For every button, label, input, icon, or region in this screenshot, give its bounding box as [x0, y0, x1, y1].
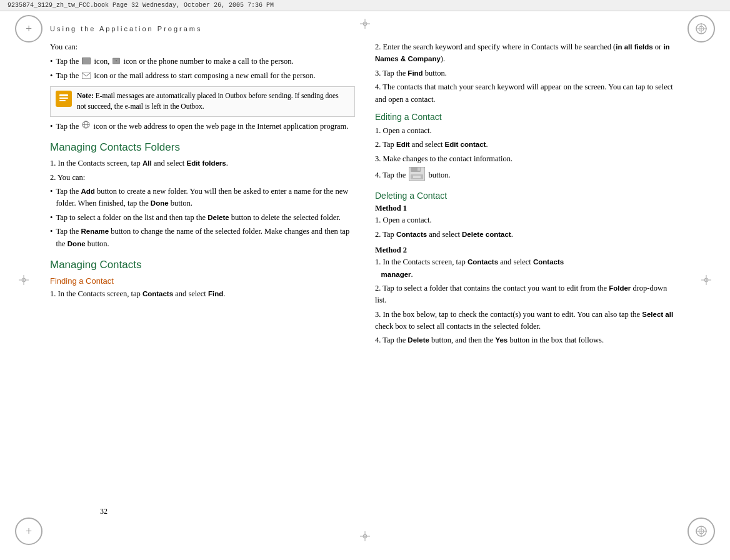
step-finding-1: 1. In the Contacts screen, tap Contacts … — [50, 288, 355, 300]
page-title: Using the Application Programs — [50, 25, 680, 32]
bullet-text-add: Tap the Add button to create a new folde… — [56, 186, 355, 210]
corner-mark-tl — [15, 15, 42, 42]
yes-bold: Yes — [495, 336, 508, 344]
delete-contact-bold: Delete contact — [462, 231, 511, 238]
step-edit-4: 4. Tap the button. — [375, 167, 680, 184]
bullet-text-1: Tap the icon, icon or the phone number t… — [56, 56, 355, 68]
delete-bold: Delete — [208, 214, 229, 221]
bullet-text-ren: Tap the Rename button to change the name… — [56, 226, 355, 250]
bullet-phone: • Tap the icon, icon or the phone number… — [50, 56, 355, 68]
svg-rect-21 — [82, 58, 90, 64]
bullet-text-3: Tap the icon or the web address to open … — [56, 121, 355, 133]
edit-folders-bold: Edit folders — [186, 159, 226, 167]
step-edit-3: 3. Make changes to the contact informati… — [375, 153, 680, 165]
step-folders-2: 2. You can: — [50, 172, 355, 184]
corner-mark-tr — [688, 15, 715, 42]
note-text: Note: E-mail messages are automatically … — [77, 91, 349, 112]
step-edit-1: 1. Open a contact. — [375, 125, 680, 137]
bullet-delete-folder: • Tap to select a folder on the list and… — [50, 212, 355, 224]
globe-icon — [82, 121, 90, 132]
svg-rect-27 — [59, 98, 68, 99]
step-finding-4: 4. The contacts that match your search k… — [375, 81, 680, 106]
crosshair-left — [19, 275, 29, 285]
contacts-del-bold: Contacts — [396, 231, 427, 238]
step-del1-1: 1. Open a contact. — [375, 214, 680, 226]
page-content: Using the Application Programs You can: … — [50, 20, 680, 522]
step-finding-2: 2. Enter the search keyword and specify … — [375, 41, 680, 66]
edit-bold: Edit — [396, 141, 410, 148]
bullet-dot-3: • — [50, 121, 52, 133]
find-btn-bold: Find — [408, 69, 422, 77]
edit-contact-bold: Edit contact — [445, 141, 486, 148]
step-edit-2: 2. Tap Edit and select Edit contact. — [375, 139, 680, 151]
step-del2-1: 1. In the Contacts screen, tap Contacts … — [375, 256, 680, 281]
bullet-globe: • Tap the icon or the web address to ope… — [50, 121, 355, 133]
phone-icon — [82, 56, 91, 68]
save-icon — [409, 167, 425, 184]
step-del1-2: 2. Tap Contacts and select Delete contac… — [375, 229, 680, 241]
note-label: Note: — [77, 92, 94, 99]
right-column: 2. Enter the search keyword and specify … — [375, 41, 680, 522]
corner-mark-bl — [15, 518, 42, 545]
find-bold: Find — [208, 290, 223, 298]
delete-bold-m2: Delete — [408, 336, 429, 344]
bullet-mail: • Tap the icon or the mail address to st… — [50, 70, 355, 82]
rename-bold: Rename — [81, 228, 109, 235]
bullet-dot-1: • — [50, 56, 52, 68]
svg-rect-26 — [59, 94, 68, 96]
left-column: You can: • Tap the icon, icon or the pho… — [50, 41, 355, 522]
mail-icon — [82, 71, 91, 82]
add-bold: Add — [81, 188, 94, 195]
in-all-fields-bold: in all fields — [616, 43, 652, 51]
select-all-bold: Select all — [642, 311, 673, 318]
managing-contacts-heading: Managing Contacts — [50, 259, 355, 271]
two-column-layout: You can: • Tap the icon, icon or the pho… — [50, 41, 680, 522]
step-finding-3: 3. Tap the Find button. — [375, 68, 680, 79]
bullet-dot-add: • — [50, 186, 52, 210]
crosshair-right — [701, 275, 711, 285]
folder-bold: Folder — [609, 284, 631, 292]
crosshair-bottom — [360, 531, 370, 541]
method2-label: Method 2 — [375, 246, 680, 255]
note-icon — [56, 91, 72, 107]
step-folders-1: 1. In the Contacts screen, tap All and s… — [50, 158, 355, 169]
note-box: Note: E-mail messages are automatically … — [50, 86, 355, 117]
bullet-text-del: Tap to select a folder on the list and t… — [56, 212, 355, 224]
done-bold-2: Done — [68, 240, 86, 248]
done-bold-1: Done — [151, 199, 169, 207]
bullet-text-2: Tap the icon or the mail address to star… — [56, 70, 355, 82]
step-del2-2: 2. Tap to select a folder that contains … — [375, 282, 680, 307]
intro-label: You can: — [50, 41, 355, 53]
editing-contact-heading: Editing a Contact — [375, 112, 680, 122]
header-text: 9235874_3129_zh_tw_FCC.book Page 32 Wedn… — [8, 2, 274, 9]
contacts-mgr-bold1: Contacts — [468, 258, 498, 266]
bullet-dot-ren: • — [50, 226, 52, 250]
bullet-add: • Tap the Add button to create a new fol… — [50, 186, 355, 210]
bullet-dot-del: • — [50, 212, 52, 224]
svg-rect-34 — [418, 168, 420, 171]
svg-rect-36 — [413, 176, 421, 178]
corner-mark-br — [688, 518, 715, 545]
page-number: 32 — [100, 507, 108, 516]
bullet-dot-2: • — [50, 70, 52, 82]
header-bar: 9235874_3129_zh_tw_FCC.book Page 32 Wedn… — [0, 0, 730, 11]
finding-contact-subheading: Finding a Contact — [50, 276, 355, 286]
svg-rect-28 — [59, 100, 66, 101]
managing-folders-heading: Managing Contacts Folders — [50, 141, 355, 154]
step-del2-3: 3. In the box below, tap to check the co… — [375, 309, 680, 333]
deleting-contact-heading: Deleting a Contact — [375, 191, 680, 201]
contacts-bold-find: Contacts — [142, 290, 173, 298]
all-bold: All — [142, 159, 152, 167]
method1-label: Method 1 — [375, 204, 680, 213]
phone2-icon — [112, 56, 120, 68]
step-del2-4: 4. Tap the Delete button, and then the Y… — [375, 334, 680, 346]
bullet-rename: • Tap the Rename button to change the na… — [50, 226, 355, 250]
